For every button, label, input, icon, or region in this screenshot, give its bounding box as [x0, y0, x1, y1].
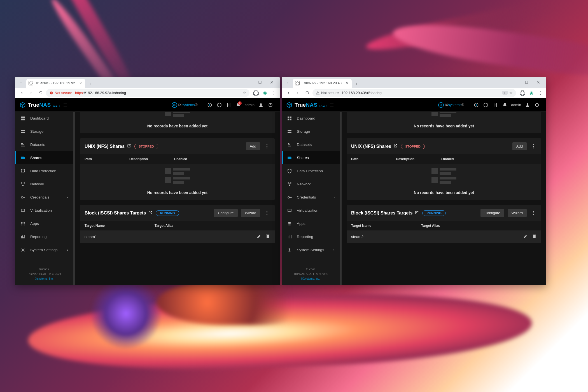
delete-icon[interactable]	[265, 234, 270, 239]
sidebar-item-credentials[interactable]: Credentials›	[282, 191, 340, 204]
minimize-button[interactable]	[509, 78, 521, 86]
back-button[interactable]	[17, 89, 26, 97]
jobs-icon[interactable]	[225, 101, 233, 109]
tabs-menu-button[interactable]	[284, 79, 291, 87]
url-input[interactable]: Not secure 192.168.29.43/ui/sharing ☆	[312, 89, 516, 97]
truecommand-icon[interactable]	[206, 101, 214, 109]
sidebar-item-apps[interactable]: Apps	[15, 217, 73, 230]
security-badge[interactable]: Not secure	[49, 91, 72, 95]
alerts-icon[interactable]	[501, 101, 509, 109]
add-button[interactable]: Add	[246, 142, 260, 150]
back-button[interactable]	[284, 89, 292, 97]
profile-extension-icon[interactable]: ◉	[261, 89, 269, 97]
sidebar-item-label: Shares	[30, 156, 42, 160]
sidebar-item-network[interactable]: Network	[282, 178, 340, 191]
browser-tab[interactable]: TrueNAS - 192.168.29.92 ×	[26, 79, 85, 88]
edit-icon[interactable]	[257, 234, 262, 239]
sidebar-item-reporting[interactable]: Reporting	[15, 230, 73, 243]
new-tab-button[interactable]: +	[353, 81, 361, 87]
extensions-button[interactable]	[519, 89, 526, 97]
sidebar-item-dashboard[interactable]: Dashboard	[282, 112, 340, 125]
sidebar-item-systemsettings[interactable]: System Settings›	[282, 243, 340, 256]
open-link-icon[interactable]	[393, 144, 398, 149]
status-icon[interactable]	[215, 101, 223, 109]
kebab-menu[interactable]	[263, 143, 270, 150]
maximize-button[interactable]	[254, 78, 266, 86]
truenas-logo[interactable]: TrueNAS SCALE	[286, 102, 327, 108]
kebab-menu[interactable]	[263, 210, 270, 216]
open-link-icon[interactable]	[127, 144, 131, 149]
sidebar-item-dataprotection[interactable]: Data Protection	[282, 164, 340, 178]
configure-button[interactable]: Configure	[480, 209, 504, 217]
chart-icon	[20, 234, 26, 240]
sidebar-item-network[interactable]: Network	[15, 178, 73, 191]
delete-icon[interactable]	[532, 234, 537, 239]
sidebar-item-reporting[interactable]: Reporting	[282, 230, 340, 243]
forward-button[interactable]	[293, 89, 302, 97]
tabs-menu-button[interactable]	[17, 79, 25, 87]
close-tab-button[interactable]: ×	[345, 81, 349, 85]
menu-toggle-button[interactable]	[61, 101, 69, 109]
table-row[interactable]: steam2	[347, 230, 541, 243]
add-button[interactable]: Add	[512, 142, 527, 150]
sidebar-item-dataprotection[interactable]: Data Protection	[15, 164, 73, 178]
profile-extension-icon[interactable]: ◉	[528, 89, 535, 97]
security-badge[interactable]: Not secure	[316, 91, 339, 95]
ixsystems-footer-link[interactable]: iXsystems, Inc.	[15, 276, 73, 281]
kebab-menu[interactable]	[530, 143, 537, 150]
open-link-icon[interactable]	[415, 210, 419, 216]
sidebar-item-credentials[interactable]: Credentials›	[15, 191, 73, 204]
edit-icon[interactable]	[523, 234, 528, 239]
sidebar-item-virtualization[interactable]: Virtualization	[15, 204, 73, 217]
sidebar-item-storage[interactable]: Storage	[282, 125, 340, 138]
sidebar-item-dashboard[interactable]: Dashboard	[15, 112, 73, 125]
table-row[interactable]: steam1	[80, 230, 275, 243]
new-tab-button[interactable]: +	[86, 81, 94, 87]
power-icon[interactable]	[266, 101, 275, 109]
account-icon[interactable]	[523, 101, 532, 109]
sidebar-item-systemsettings[interactable]: System Settings›	[15, 243, 73, 256]
bookmark-star-icon[interactable]: ☆	[509, 91, 513, 95]
close-window-button[interactable]	[532, 78, 544, 86]
gear-icon	[20, 247, 26, 253]
chrome-menu-button[interactable]: ⋮	[537, 89, 544, 97]
reload-button[interactable]	[36, 89, 45, 97]
sidebar-item-shares[interactable]: Shares	[15, 151, 73, 164]
reload-button[interactable]	[303, 89, 311, 97]
account-icon[interactable]	[257, 101, 265, 109]
status-icon[interactable]	[482, 101, 490, 109]
forward-button[interactable]	[27, 89, 35, 97]
sidebar-item-apps[interactable]: Apps	[282, 217, 340, 230]
truecommand-icon[interactable]	[472, 101, 480, 109]
configure-button[interactable]: Configure	[214, 209, 237, 217]
wizard-button[interactable]: Wizard	[241, 209, 260, 217]
open-link-icon[interactable]	[148, 210, 152, 216]
extensions-button[interactable]	[252, 89, 260, 97]
chrome-menu-button[interactable]: ⋮	[270, 89, 277, 97]
ixsystems-footer-link[interactable]: iXsystems, Inc.	[282, 276, 340, 281]
sidebar-item-virtualization[interactable]: Virtualization	[282, 204, 340, 217]
jobs-icon[interactable]	[491, 101, 500, 109]
browser-tab[interactable]: TrueNAS - 192.168.29.43 ×	[293, 79, 352, 88]
menu-toggle-button[interactable]	[328, 101, 336, 109]
sidebar-item-storage[interactable]: Storage	[15, 125, 73, 138]
status-pill-stopped: STOPPED	[134, 144, 158, 149]
password-chip-icon[interactable]	[502, 91, 508, 95]
alerts-icon[interactable]: 1	[234, 101, 242, 109]
bookmark-star-icon[interactable]: ☆	[243, 91, 246, 95]
ixsystems-link[interactable]: iX iXsystems®	[172, 102, 198, 108]
minimize-button[interactable]	[242, 78, 254, 86]
wizard-button[interactable]: Wizard	[508, 209, 527, 217]
power-icon[interactable]	[533, 101, 541, 109]
sidebar-item-datasets[interactable]: Datasets	[282, 138, 340, 151]
close-tab-button[interactable]: ×	[78, 81, 83, 85]
app-top-bar: TrueNAS SCALE iX iXsystems® 1 admin	[15, 98, 280, 112]
sidebar-item-shares[interactable]: Shares	[282, 151, 340, 164]
url-input[interactable]: Not secure https://192.168.29.92/ui/shar…	[46, 89, 249, 97]
maximize-button[interactable]	[521, 78, 532, 86]
ixsystems-link[interactable]: iX iXsystems®	[438, 102, 464, 108]
kebab-menu[interactable]	[530, 210, 537, 216]
sidebar-item-datasets[interactable]: Datasets	[15, 138, 73, 151]
truenas-logo[interactable]: TrueNAS SCALE	[20, 102, 60, 108]
close-window-button[interactable]	[266, 78, 277, 86]
